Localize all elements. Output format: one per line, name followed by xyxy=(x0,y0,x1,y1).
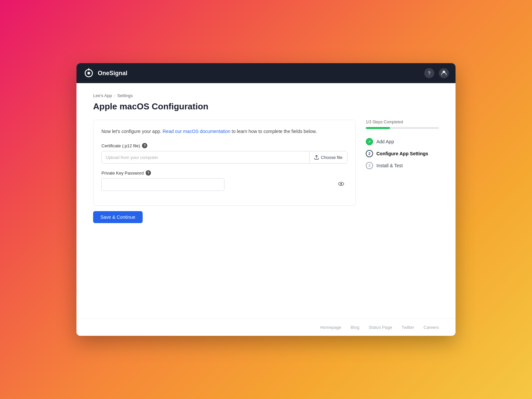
certificate-help-icon[interactable]: ? xyxy=(142,143,147,148)
eye-icon xyxy=(338,181,344,188)
main-content: Lee's App › Settings Apple macOS Configu… xyxy=(76,83,456,319)
footer-link-status[interactable]: Status Page xyxy=(369,325,392,330)
brand-logo-icon xyxy=(83,67,94,79)
steps-progress-label: 1/3 Steps Completed xyxy=(366,120,439,124)
content-area: Now let's configure your app. Read our m… xyxy=(93,120,439,309)
breadcrumb-separator: › xyxy=(114,94,115,98)
help-button[interactable]: ? xyxy=(424,68,434,78)
page-title: Apple macOS Configuration xyxy=(93,101,439,112)
step-item-1: ✓ Add App xyxy=(366,136,439,148)
step-3-label: Install & Test xyxy=(376,163,403,168)
step-1-label: Add App xyxy=(376,139,394,144)
footer-link-careers[interactable]: Careers xyxy=(424,325,439,330)
progress-bar-fill xyxy=(366,127,390,129)
password-input[interactable] xyxy=(101,178,224,191)
save-continue-button[interactable]: Save & Continue xyxy=(93,211,143,223)
footer: Homepage Blog Status Page Twitter Career… xyxy=(76,319,456,336)
form-column: Now let's configure your app. Read our m… xyxy=(93,120,356,309)
password-label: Private Key Password ? xyxy=(101,170,347,176)
svg-point-2 xyxy=(87,72,90,74)
navbar: OneSignal ? xyxy=(76,63,456,83)
user-menu-button[interactable] xyxy=(439,68,449,78)
breadcrumb-current: Settings xyxy=(117,93,133,98)
app-window: OneSignal ? Lee's App › Settings xyxy=(76,63,456,336)
certificate-field-group: Certificate (.p12 file) ? Upload from yo… xyxy=(101,143,347,164)
breadcrumb-parent[interactable]: Lee's App xyxy=(93,93,112,98)
step-3-number: 3 xyxy=(366,162,373,169)
help-icon: ? xyxy=(428,70,431,76)
file-input-placeholder: Upload from your computer xyxy=(102,151,309,163)
choose-file-button[interactable]: Choose file xyxy=(309,151,347,163)
file-input-wrapper: Upload from your computer Choose file xyxy=(101,151,347,164)
certificate-label: Certificate (.p12 file) ? xyxy=(101,143,347,148)
password-help-icon[interactable]: ? xyxy=(146,170,151,176)
step-2-label: Configure App Settings xyxy=(376,151,428,156)
config-card: Now let's configure your app. Read our m… xyxy=(93,120,356,206)
steps-sidebar: 1/3 Steps Completed ✓ Add App 2 Configur… xyxy=(366,120,439,309)
svg-point-6 xyxy=(340,183,342,185)
docs-link[interactable]: Read our macOS documentation xyxy=(163,129,230,134)
password-field-group: Private Key Password ? xyxy=(101,170,347,191)
upload-icon xyxy=(314,155,319,160)
progress-bar xyxy=(366,127,439,129)
footer-link-twitter[interactable]: Twitter xyxy=(401,325,414,330)
brand-name: OneSignal xyxy=(98,70,127,77)
user-icon xyxy=(441,70,447,76)
card-intro: Now let's configure your app. Read our m… xyxy=(101,128,347,135)
step-1-number: ✓ xyxy=(366,138,373,145)
password-input-wrapper xyxy=(101,178,347,191)
breadcrumb: Lee's App › Settings xyxy=(93,93,439,98)
password-toggle-button[interactable] xyxy=(338,181,344,188)
brand: OneSignal xyxy=(83,67,127,79)
navbar-right: ? xyxy=(424,68,449,78)
step-2-number: 2 xyxy=(366,150,373,157)
step-item-2: 2 Configure App Settings xyxy=(366,148,439,160)
step-item-3: 3 Install & Test xyxy=(366,160,439,172)
footer-link-homepage[interactable]: Homepage xyxy=(320,325,341,330)
footer-link-blog[interactable]: Blog xyxy=(351,325,359,330)
